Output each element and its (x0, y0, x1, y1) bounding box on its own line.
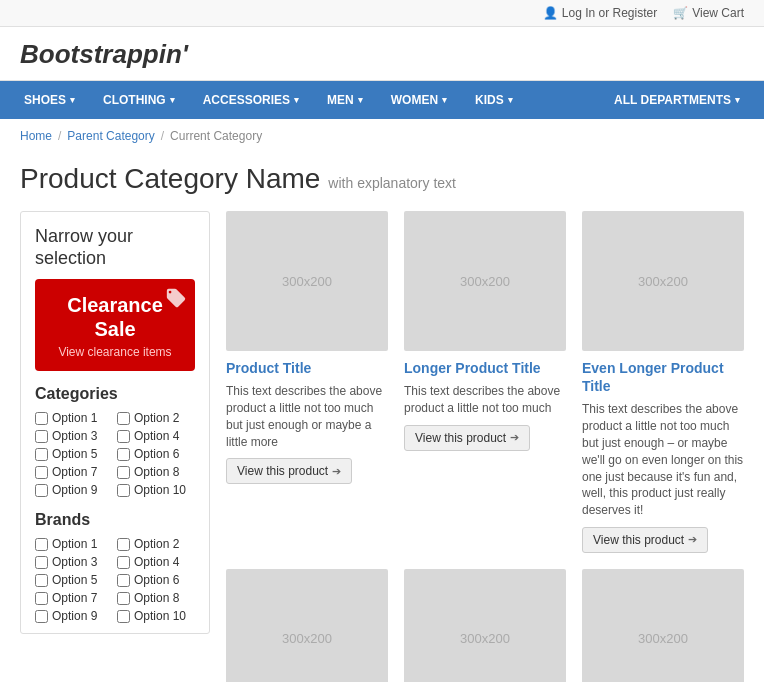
category-option-1[interactable]: Option 1 (35, 411, 113, 425)
main-nav: SHOES ▾ CLOTHING ▾ ACCESSORIES ▾ MEN ▾ W… (0, 81, 764, 119)
page-title: Product Category Name with explanatory t… (20, 163, 744, 195)
brand-logo[interactable]: Bootstrappin' (20, 39, 188, 69)
chevron-down-icon: ▾ (508, 95, 513, 105)
chevron-down-icon: ▾ (735, 95, 740, 105)
cart-icon (673, 6, 688, 20)
product-desc-1: This text describes the above product a … (226, 383, 388, 450)
clearance-title: Clearance Sale (47, 293, 183, 341)
user-icon (543, 6, 558, 20)
breadcrumb-current: Current Category (170, 129, 262, 143)
product-card-2: 300x200 Longer Product Title This text d… (404, 211, 566, 553)
brand-option-3[interactable]: Option 3 (35, 555, 113, 569)
nav-items: SHOES ▾ CLOTHING ▾ ACCESSORIES ▾ MEN ▾ W… (10, 81, 600, 119)
clearance-banner[interactable]: Clearance Sale View clearance items (35, 279, 195, 371)
category-option-2[interactable]: Option 2 (117, 411, 195, 425)
product-image-1: 300x200 (226, 211, 388, 351)
narrow-selection-title: Narrow your selection (35, 226, 195, 269)
breadcrumb-sep: / (58, 129, 61, 143)
cart-area[interactable]: View Cart (673, 6, 744, 20)
product-card-1: 300x200 Product Title This text describe… (226, 211, 388, 553)
chevron-down-icon: ▾ (358, 95, 363, 105)
category-option-10[interactable]: Option 10 (117, 483, 195, 497)
chevron-down-icon: ▾ (170, 95, 175, 105)
brand-option-7[interactable]: Option 7 (35, 591, 113, 605)
arrow-icon: ➔ (332, 465, 341, 478)
category-option-3[interactable]: Option 3 (35, 429, 113, 443)
product-card-3: 300x200 Even Longer Product Title This t… (582, 211, 744, 553)
categories-options: Option 1 Option 2 Option 3 Option 4 Opti… (35, 411, 195, 497)
nav-men[interactable]: MEN ▾ (313, 81, 377, 119)
brands-section: Brands Option 1 Option 2 Option 3 Option… (35, 511, 195, 623)
breadcrumb-parent[interactable]: Parent Category (67, 129, 154, 143)
brand-option-4[interactable]: Option 4 (117, 555, 195, 569)
nav-all-departments[interactable]: ALL DEPARTMENTS ▾ (600, 81, 754, 119)
product-title-2[interactable]: Longer Product Title (404, 359, 566, 377)
category-option-9[interactable]: Option 9 (35, 483, 113, 497)
page-title-subtitle: with explanatory text (328, 175, 456, 191)
brand-option-2[interactable]: Option 2 (117, 537, 195, 551)
chevron-down-icon: ▾ (70, 95, 75, 105)
product-grid: 300x200 Product Title This text describe… (226, 211, 744, 682)
category-option-7[interactable]: Option 7 (35, 465, 113, 479)
category-option-8[interactable]: Option 8 (117, 465, 195, 479)
login-register-link[interactable]: Log In or Register (562, 6, 657, 20)
category-option-4[interactable]: Option 4 (117, 429, 195, 443)
chevron-down-icon: ▾ (442, 95, 447, 105)
nav-kids[interactable]: KIDS ▾ (461, 81, 527, 119)
view-cart-link[interactable]: View Cart (692, 6, 744, 20)
brand-option-1[interactable]: Option 1 (35, 537, 113, 551)
login-register-area[interactable]: Log In or Register (543, 6, 657, 20)
product-image-2: 300x200 (404, 211, 566, 351)
view-product-btn-2[interactable]: View this product ➔ (404, 425, 530, 451)
top-bar: Log In or Register View Cart (0, 0, 764, 27)
category-option-5[interactable]: Option 5 (35, 447, 113, 461)
nav-shoes[interactable]: SHOES ▾ (10, 81, 89, 119)
brands-title: Brands (35, 511, 195, 529)
sidebar: Narrow your selection Clearance Sale Vie… (20, 211, 210, 682)
category-option-6[interactable]: Option 6 (117, 447, 195, 461)
product-image-5: 300x200 (404, 569, 566, 682)
brand-option-8[interactable]: Option 8 (117, 591, 195, 605)
arrow-icon: ➔ (510, 431, 519, 444)
product-image-3: 300x200 (582, 211, 744, 351)
product-grid-area: 300x200 Product Title This text describe… (226, 211, 744, 682)
breadcrumb-home[interactable]: Home (20, 129, 52, 143)
brand-option-10[interactable]: Option 10 (117, 609, 195, 623)
main-layout: Narrow your selection Clearance Sale Vie… (0, 211, 764, 682)
product-image-6: 300x200 (582, 569, 744, 682)
page-title-area: Product Category Name with explanatory t… (0, 153, 764, 211)
nav-clothing[interactable]: CLOTHING ▾ (89, 81, 189, 119)
breadcrumb: Home / Parent Category / Current Categor… (0, 119, 764, 153)
brand-option-5[interactable]: Option 5 (35, 573, 113, 587)
categories-title: Categories (35, 385, 195, 403)
product-card-4: 300x200 Exceptional Product Title This t… (226, 569, 388, 682)
header: Bootstrappin' (0, 27, 764, 81)
categories-section: Categories Option 1 Option 2 Option 3 Op… (35, 385, 195, 497)
product-desc-2: This text describes the above product a … (404, 383, 566, 417)
product-card-6: 300x200 Product Title This text describe… (582, 569, 744, 682)
sidebar-narrow-box: Narrow your selection Clearance Sale Vie… (20, 211, 210, 634)
chevron-down-icon: ▾ (294, 95, 299, 105)
product-card-5: 300x200 Even Longer Product Title This t… (404, 569, 566, 682)
clearance-subtitle: View clearance items (47, 345, 183, 359)
product-image-4: 300x200 (226, 569, 388, 682)
arrow-icon: ➔ (688, 533, 697, 546)
product-title-3[interactable]: Even Longer Product Title (582, 359, 744, 395)
brand-option-6[interactable]: Option 6 (117, 573, 195, 587)
view-product-btn-1[interactable]: View this product ➔ (226, 458, 352, 484)
brand-option-9[interactable]: Option 9 (35, 609, 113, 623)
breadcrumb-sep: / (161, 129, 164, 143)
tag-icon (165, 287, 187, 309)
product-title-1[interactable]: Product Title (226, 359, 388, 377)
nav-accessories[interactable]: ACCESSORIES ▾ (189, 81, 313, 119)
product-desc-3: This text describes the above product a … (582, 401, 744, 519)
brands-options: Option 1 Option 2 Option 3 Option 4 Opti… (35, 537, 195, 623)
nav-women[interactable]: WOMEN ▾ (377, 81, 461, 119)
view-product-btn-3[interactable]: View this product ➔ (582, 527, 708, 553)
